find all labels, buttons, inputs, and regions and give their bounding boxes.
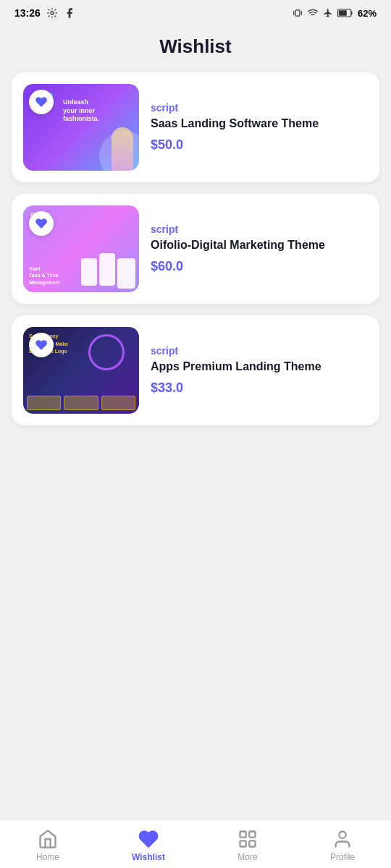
status-time: 13:26 [14, 7, 41, 19]
product-category-3: script [151, 345, 368, 357]
wishlist-btn-2[interactable] [29, 211, 54, 236]
product-price-3: $33.0 [151, 380, 368, 396]
wishlist-btn-3[interactable] [29, 333, 54, 357]
product-price-1: $50.0 [151, 137, 368, 153]
wishlist-btn-1[interactable] [29, 90, 54, 114]
airplane-icon [323, 8, 333, 18]
profile-icon [332, 829, 353, 849]
status-left: 13:26 [14, 7, 75, 19]
svg-rect-5 [249, 832, 255, 838]
wishlist-icon [138, 829, 159, 849]
product-name-3: Apps Premium Landing Theme [151, 359, 368, 375]
svg-rect-7 [249, 841, 255, 846]
product-name-2: Oifolio-Digital Marketing Theme [151, 238, 368, 253]
battery-icon [337, 9, 353, 17]
product-name-1: Saas Landing Software Theme [151, 116, 368, 132]
product-info-1: script Saas Landing Software Theme $50.0 [151, 102, 368, 153]
bottom-nav: Home Wishlist More Profile [0, 820, 391, 868]
gold-cards [27, 396, 135, 410]
page-title: Wishlist [0, 22, 391, 72]
product-info-3: script Apps Premium Landing Theme $33.0 [151, 345, 368, 396]
vibrate-icon [293, 8, 303, 18]
svg-point-0 [51, 12, 54, 14]
nav-label-more: More [237, 852, 257, 862]
product-info-2: script Oifolio-Digital Marketing Theme $… [151, 224, 368, 274]
product-list: FREE Unleashyour innerfashionista. scrip… [0, 72, 391, 425]
facebook-icon [64, 7, 75, 19]
more-icon [237, 829, 258, 849]
product-card-3[interactable]: Save MoneySave Time MakeLuxurious Logo s… [12, 315, 379, 425]
svg-rect-3 [339, 10, 347, 15]
status-right: 62% [293, 7, 377, 19]
nav-item-more[interactable]: More [237, 829, 258, 862]
battery-percent: 62% [358, 8, 377, 19]
svg-rect-4 [240, 832, 245, 838]
product-image-2: OifoliO StartTask & TimeManagement [23, 205, 139, 292]
svg-point-8 [339, 832, 345, 838]
wifi-icon [307, 7, 319, 19]
nav-label-profile: Profile [330, 852, 355, 862]
svg-rect-1 [295, 10, 300, 16]
product-image-3: Save MoneySave Time MakeLuxurious Logo [23, 327, 139, 414]
nav-item-profile[interactable]: Profile [330, 829, 355, 862]
nav-label-home: Home [36, 852, 59, 862]
nav-item-wishlist[interactable]: Wishlist [132, 829, 165, 862]
product-image-1: FREE Unleashyour innerfashionista. [23, 84, 139, 171]
product-card-2[interactable]: OifoliO StartTask & TimeManagement scrip… [12, 194, 379, 304]
svg-rect-6 [240, 841, 245, 846]
product-price-2: $60.0 [151, 259, 368, 274]
phone-mockups [81, 258, 135, 289]
product-category-1: script [151, 102, 368, 114]
nav-item-home[interactable]: Home [36, 829, 59, 862]
product-category-2: script [151, 224, 368, 235]
product-card-1[interactable]: FREE Unleashyour innerfashionista. scrip… [12, 72, 379, 182]
status-bar: 13:26 62% [0, 0, 391, 22]
home-icon [38, 829, 58, 849]
nav-label-wishlist: Wishlist [132, 852, 165, 862]
settings-icon [46, 7, 58, 19]
